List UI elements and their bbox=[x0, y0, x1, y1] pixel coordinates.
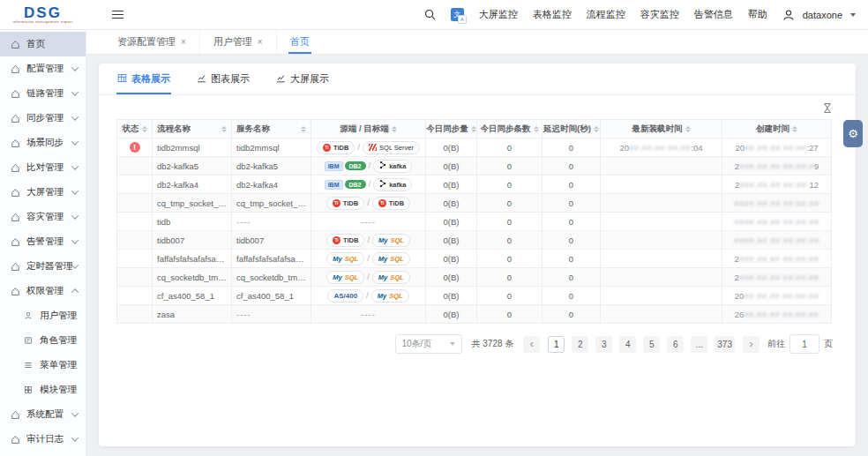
top-nav-item[interactable]: 表格监控 bbox=[533, 8, 572, 21]
workspace-tab[interactable]: 首页 bbox=[276, 30, 323, 54]
user-avatar-icon[interactable] bbox=[782, 9, 795, 21]
close-tab-icon[interactable]: × bbox=[181, 38, 186, 47]
close-tab-icon[interactable]: × bbox=[258, 38, 263, 47]
sidebar-item[interactable]: 首页 bbox=[0, 32, 86, 56]
sidebar-item[interactable]: 指标管理 bbox=[0, 452, 86, 456]
page-button[interactable]: 6 bbox=[667, 336, 684, 353]
page-ellipsis[interactable]: ... bbox=[691, 336, 707, 353]
endpoint-separator: / bbox=[367, 235, 370, 244]
page-button[interactable]: 3 bbox=[595, 336, 612, 353]
page-button[interactable]: 2 bbox=[572, 336, 588, 353]
sidebar-item[interactable]: 告警管理 bbox=[0, 229, 86, 254]
prev-page-button[interactable]: ‹ bbox=[523, 336, 540, 353]
sort-icon[interactable] bbox=[301, 126, 306, 132]
page-button[interactable]: 373 bbox=[715, 336, 735, 353]
top-nav-item[interactable]: 大屏监控 bbox=[479, 8, 518, 21]
sidebar-item-label: 用户管理 bbox=[40, 310, 80, 322]
sync-count-cell: 0 bbox=[477, 305, 542, 324]
process-name-cell: tidb bbox=[153, 213, 232, 231]
table-row[interactable]: faffafsfafsafafsadff1faffafsfafsafafsadf… bbox=[117, 250, 832, 268]
view-tab[interactable]: 大屏展示 bbox=[275, 64, 330, 94]
app-logo[interactable]: DSG information management expert bbox=[0, 5, 86, 24]
top-nav-item[interactable]: 流程监控 bbox=[587, 8, 625, 21]
process-name: zasa bbox=[157, 310, 175, 319]
time-redacted: ##.##.## ##:## bbox=[629, 143, 691, 153]
sort-icon[interactable] bbox=[471, 126, 476, 132]
sort-icon[interactable] bbox=[142, 126, 147, 132]
sort-icon[interactable] bbox=[534, 126, 539, 132]
service-name: db2-kafka4 bbox=[236, 180, 278, 190]
table-row[interactable]: cf_as400_58_1cf_as400_58_1AS/400/MySQL0(… bbox=[117, 287, 832, 305]
table-row[interactable]: cq_socketdb_tmp_tes...cq_socketdb_tmp_te… bbox=[117, 268, 832, 287]
sidebar-item[interactable]: 审计日志 bbox=[0, 427, 86, 452]
top-nav-item[interactable]: 容灾监控 bbox=[640, 8, 679, 21]
sidebar-item[interactable]: 大屏管理 bbox=[0, 180, 86, 205]
page-size-select[interactable]: 10条/页 bbox=[395, 334, 462, 354]
column-header-label: 延迟时间(秒) bbox=[543, 123, 591, 135]
table-row[interactable]: db2-kafka5db2-kafka5IBMDB2/kafka0(B)002#… bbox=[117, 157, 832, 176]
table-row[interactable]: db2-kafka4db2-kafka4IBMDB2/kafka0(B)002#… bbox=[117, 176, 832, 194]
sidebar-item[interactable]: 比对管理 bbox=[0, 155, 86, 180]
chevron-down-icon[interactable] bbox=[850, 13, 856, 17]
sidebar-item[interactable]: 场景同步 bbox=[0, 131, 86, 155]
endpoint-separator: / bbox=[367, 198, 370, 207]
page-button[interactable]: 5 bbox=[643, 336, 660, 353]
sidebar-item[interactable]: 容灾管理 bbox=[0, 205, 86, 229]
page-button[interactable]: 1 bbox=[548, 336, 565, 353]
page-button[interactable]: 4 bbox=[619, 336, 636, 353]
sidebar-collapse-icon[interactable] bbox=[108, 7, 127, 23]
table-row[interactable]: tidb--------0(B)00####.##.## ##:##:## bbox=[117, 213, 832, 231]
column-filter-icon[interactable] bbox=[822, 102, 833, 114]
sync-count-cell: 0 bbox=[477, 194, 542, 213]
sync-count-cell: 0 bbox=[477, 287, 542, 305]
table-icon bbox=[117, 73, 127, 85]
top-nav-item[interactable]: 告警信息 bbox=[694, 8, 733, 21]
mysql-label: SQL bbox=[345, 273, 358, 281]
sidebar-item[interactable]: 权限管理 bbox=[0, 279, 86, 303]
sidebar-item[interactable]: 模块管理 bbox=[0, 378, 86, 402]
tidb-label: TiDB bbox=[343, 236, 358, 244]
ibm-logo: IBM bbox=[325, 161, 343, 171]
sidebar-item[interactable]: 角色管理 bbox=[0, 328, 86, 353]
as400-label: AS/400 bbox=[333, 292, 357, 300]
top-nav-item[interactable]: 帮助 bbox=[748, 8, 767, 21]
table-row[interactable]: zasa--------0(B)0026##.##.## ##:##:## bbox=[117, 305, 832, 324]
table-row[interactable]: tidb007tidb007TiTiDB/MySQL0(B)00####.##.… bbox=[117, 231, 832, 250]
process-name-cell: tidb2mmsql bbox=[153, 138, 232, 157]
goto-page-input[interactable] bbox=[789, 334, 819, 354]
sidebar-item[interactable]: 系统配置 bbox=[0, 402, 86, 427]
sync-volume: 0(B) bbox=[444, 198, 460, 208]
sync-volume-cell: 0(B) bbox=[426, 176, 477, 194]
column-header-label: 流程名称 bbox=[157, 123, 191, 135]
table-row[interactable]: !tidb2mmsqltidb2mmsqlTiTiDB/SQL Server0(… bbox=[117, 138, 832, 157]
sidebar-item[interactable]: 链路管理 bbox=[0, 81, 86, 106]
sidebar-item[interactable]: 定时器管理 bbox=[0, 254, 86, 279]
sort-icon[interactable] bbox=[594, 126, 599, 132]
sidebar-item[interactable]: 配置管理 bbox=[0, 56, 86, 81]
search-icon[interactable] bbox=[424, 9, 436, 20]
username[interactable]: dataxone bbox=[803, 10, 842, 20]
home-icon bbox=[11, 286, 21, 296]
sync-count: 0 bbox=[507, 235, 512, 245]
next-page-button[interactable]: › bbox=[743, 336, 760, 353]
user-icon bbox=[24, 310, 34, 321]
sync-count: 0 bbox=[507, 291, 512, 301]
sidebar-item[interactable]: 同步管理 bbox=[0, 106, 86, 131]
language-switch-icon[interactable]: 文A bbox=[451, 8, 464, 21]
sort-icon[interactable] bbox=[221, 126, 227, 132]
sidebar-item-label: 场景同步 bbox=[26, 137, 72, 149]
workspace-tab[interactable]: 用户管理× bbox=[199, 30, 276, 54]
view-tab[interactable]: 表格展示 bbox=[116, 64, 171, 94]
sort-icon[interactable] bbox=[392, 126, 397, 132]
table-row[interactable]: cq_tmp_socket_test001cq_tmp_socket_test0… bbox=[117, 194, 832, 213]
sort-icon[interactable] bbox=[792, 126, 797, 132]
sync-volume-cell: 0(B) bbox=[426, 305, 477, 324]
view-tab[interactable]: 图表展示 bbox=[196, 64, 251, 94]
sidebar-item[interactable]: 用户管理 bbox=[0, 303, 86, 328]
sort-icon[interactable] bbox=[685, 126, 691, 132]
settings-drawer-button[interactable]: ⚙ bbox=[843, 120, 863, 147]
db2-badge: IBMDB2 bbox=[325, 179, 366, 189]
workspace-tab[interactable]: 资源配置管理× bbox=[104, 30, 199, 54]
process-name-cell: cq_socketdb_tmp_tes... bbox=[153, 268, 232, 287]
sidebar-item[interactable]: 菜单管理 bbox=[0, 353, 86, 378]
